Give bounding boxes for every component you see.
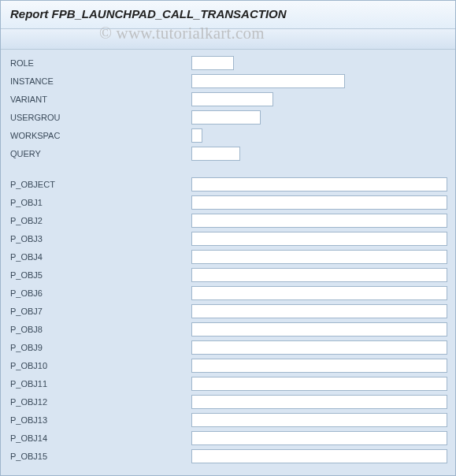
field-label: P_OBJ8 bbox=[9, 325, 191, 334]
field-label: P_OBJ6 bbox=[9, 288, 191, 298]
field-label: VARIANT bbox=[9, 95, 191, 104]
field-row: ROLE bbox=[9, 54, 447, 71]
field-row: P_OBJ7 bbox=[9, 303, 447, 319]
section-parameters-2: P_OBJECTP_OBJ1P_OBJ2P_OBJ3P_OBJ4P_OBJ5P_… bbox=[9, 176, 447, 464]
field-row: P_OBJ5 bbox=[9, 266, 447, 283]
field-input-p_obj13[interactable] bbox=[191, 413, 447, 427]
field-input-query[interactable] bbox=[191, 147, 240, 161]
report-title: Report FPB_LAUNCHPAD_CALL_TRANSACTION bbox=[1, 1, 455, 29]
field-row: P_OBJ9 bbox=[9, 339, 447, 355]
field-label: P_OBJ12 bbox=[9, 397, 191, 407]
field-input-p_obj1[interactable] bbox=[191, 195, 447, 210]
field-input-p_obj10[interactable] bbox=[191, 359, 447, 373]
field-label: P_OBJ14 bbox=[9, 433, 191, 443]
field-row: P_OBJ11 bbox=[9, 375, 447, 392]
field-label: P_OBJ13 bbox=[9, 415, 191, 425]
field-input-p_obj9[interactable] bbox=[191, 340, 447, 355]
field-input-usergrou[interactable] bbox=[191, 110, 261, 125]
field-row: P_OBJ10 bbox=[9, 357, 447, 374]
field-input-p_obj2[interactable] bbox=[191, 214, 447, 228]
field-label: P_OBJ2 bbox=[9, 216, 191, 225]
field-label: P_OBJ10 bbox=[9, 361, 191, 370]
field-input-instance[interactable] bbox=[191, 74, 345, 88]
field-input-p_obj3[interactable] bbox=[191, 232, 447, 246]
field-row: WORKSPAC bbox=[9, 127, 447, 143]
field-label: P_OBJ5 bbox=[9, 270, 191, 280]
field-row: VARIANT bbox=[9, 91, 447, 107]
field-label: P_OBJ4 bbox=[9, 252, 191, 262]
field-row: INSTANCE bbox=[9, 73, 447, 89]
field-input-p_obj11[interactable] bbox=[191, 377, 447, 391]
field-label: P_OBJ7 bbox=[9, 307, 191, 316]
field-label: P_OBJ9 bbox=[9, 343, 191, 352]
field-row: P_OBJ6 bbox=[9, 284, 447, 301]
field-row: P_OBJ2 bbox=[9, 212, 447, 229]
field-label: ROLE bbox=[9, 58, 191, 68]
field-input-workspac[interactable] bbox=[191, 128, 202, 143]
field-row: P_OBJECT bbox=[9, 176, 447, 192]
selection-screen: ROLEINSTANCEVARIANTUSERGROUWORKSPACQUERY… bbox=[1, 50, 455, 464]
field-input-p_obj15[interactable] bbox=[191, 449, 447, 463]
field-input-role[interactable] bbox=[191, 56, 234, 70]
field-input-p_obj4[interactable] bbox=[191, 250, 447, 264]
field-label: P_OBJ11 bbox=[9, 379, 191, 389]
field-label: WORKSPAC bbox=[9, 131, 191, 140]
field-label: P_OBJECT bbox=[9, 180, 191, 189]
field-input-p_obj7[interactable] bbox=[191, 304, 447, 318]
field-label: P_OBJ3 bbox=[9, 234, 191, 244]
field-input-p_obj12[interactable] bbox=[191, 395, 447, 409]
field-row: P_OBJ12 bbox=[9, 393, 447, 410]
section-parameters-1: ROLEINSTANCEVARIANTUSERGROUWORKSPACQUERY bbox=[9, 54, 447, 162]
field-row: USERGROU bbox=[9, 109, 447, 125]
field-row: QUERY bbox=[9, 145, 447, 162]
field-label: INSTANCE bbox=[9, 76, 191, 86]
field-input-p_obj6[interactable] bbox=[191, 286, 447, 300]
field-label: P_OBJ15 bbox=[9, 452, 191, 461]
field-row: P_OBJ8 bbox=[9, 321, 447, 337]
field-row: P_OBJ1 bbox=[9, 194, 447, 210]
field-input-p_object[interactable] bbox=[191, 177, 447, 192]
field-input-p_obj5[interactable] bbox=[191, 268, 447, 282]
field-label: P_OBJ1 bbox=[9, 198, 191, 207]
field-row: P_OBJ15 bbox=[9, 448, 447, 464]
field-row: P_OBJ13 bbox=[9, 411, 447, 428]
field-input-p_obj14[interactable] bbox=[191, 431, 447, 445]
toolbar bbox=[1, 29, 455, 50]
field-row: P_OBJ14 bbox=[9, 430, 447, 446]
field-row: P_OBJ3 bbox=[9, 230, 447, 247]
field-input-p_obj8[interactable] bbox=[191, 322, 447, 337]
field-input-variant[interactable] bbox=[191, 92, 273, 106]
field-label: QUERY bbox=[9, 149, 191, 158]
field-row: P_OBJ4 bbox=[9, 248, 447, 265]
field-label: USERGROU bbox=[9, 113, 191, 122]
